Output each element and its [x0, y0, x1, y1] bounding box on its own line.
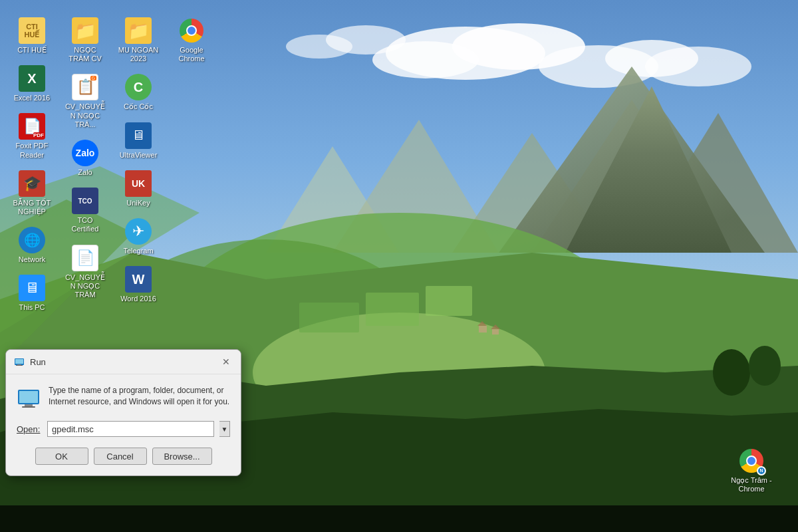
svg-rect-43	[22, 406, 35, 408]
desktop-icon-label: Foxit PDF Reader	[11, 142, 53, 159]
desktop-icon-bang[interactable]: 🎓 BẰNG TỐT NGHIỆP	[8, 168, 56, 219]
svg-rect-32	[479, 326, 487, 332]
desktop-icon-cv2[interactable]: 📄 CV_NGUYỄN NGỌC TRÂM	[61, 242, 109, 303]
run-dialog-titlebar: Run ✕	[6, 350, 241, 374]
desktop-icon-cti-hue[interactable]: CTIHUẾ CTI HUẾ	[8, 15, 56, 57]
desktop-icon-label: TCO Certified	[64, 216, 106, 233]
desktop-icon-cv-nguyen[interactable]: 📋 G CV_NGUYỄN NGỌC TRÂ...	[61, 71, 109, 132]
svg-point-31	[749, 346, 781, 386]
desktop-icon-label: UltraViewer	[120, 151, 158, 160]
desktop-icon-label: UniKey	[126, 199, 150, 207]
desktop-icon-label: CV_NGUYỄN NGỌC TRÂ...	[64, 102, 106, 129]
run-pc-icon	[17, 386, 41, 410]
desktop-icon-label: Word 2016	[120, 295, 156, 303]
desktop-icon-label: Telegram	[123, 247, 153, 255]
run-dialog-close-button[interactable]: ✕	[219, 355, 233, 368]
desktop-icon-label: This PC	[19, 303, 45, 312]
desktop-icon-word[interactable]: W Word 2016	[114, 263, 162, 306]
desktop-icon-label: Excel 2016	[14, 94, 50, 102]
desktop-icons-container: CTIHUẾ CTI HUẾ X Excel 2016 📄 PDF Foxit …	[0, 7, 223, 352]
desktop-icon-unikey[interactable]: UK UniKey	[114, 168, 162, 210]
desktop-icon-network[interactable]: 🌐 Network	[8, 224, 56, 267]
run-open-input[interactable]	[47, 421, 214, 437]
svg-rect-20	[366, 293, 419, 326]
desktop-icon-coccoc[interactable]: C Cốc Cốc	[114, 71, 162, 114]
run-open-label: Open:	[17, 424, 42, 434]
svg-rect-37	[15, 359, 23, 364]
svg-point-6	[645, 47, 751, 86]
desktop-icon-label: NGỌC TRÂM CV	[64, 46, 106, 63]
desktop-icon-label: CV_NGUYỄN NGỌC TRÂM	[64, 273, 106, 300]
svg-rect-41	[19, 391, 38, 403]
desktop-icon-label: Ngọc Trâm - Chrome	[730, 476, 773, 493]
svg-rect-39	[16, 365, 23, 366]
run-cancel-button[interactable]: Cancel	[94, 448, 147, 465]
desktop-icon-label: Google Chrome	[170, 46, 213, 63]
run-open-dropdown[interactable]: ▼	[219, 421, 230, 437]
desktop-icon-foxit[interactable]: 📄 PDF Foxit PDF Reader	[8, 110, 56, 162]
run-dialog-icon	[14, 356, 25, 367]
run-browse-button[interactable]: Browse...	[152, 448, 212, 465]
desktop-icon-label: CTI HUẾ	[17, 46, 47, 55]
run-dialog-title: Run	[30, 357, 46, 367]
desktop-icon-tco[interactable]: TCO TCO Certified	[61, 185, 109, 236]
svg-rect-42	[25, 404, 33, 406]
run-dialog: Run ✕ Type the name of a program, folder…	[5, 349, 241, 476]
svg-point-30	[713, 349, 750, 396]
desktop-icon-telegram[interactable]: ✈ Telegram	[114, 215, 162, 258]
desktop-icon-this-pc[interactable]: 🖥 This PC	[8, 272, 56, 315]
desktop-icon-ngoc-tram-chrome[interactable]: N Ngọc Trâm - Chrome	[728, 445, 775, 496]
desktop-icon-zalo[interactable]: Zalo Zalo	[61, 137, 109, 180]
desktop-icon-label: Zalo	[78, 168, 92, 177]
desktop-icon-label: BẰNG TỐT NGHIỆP	[11, 199, 53, 216]
desktop: CTIHUẾ CTI HUẾ X Excel 2016 📄 PDF Foxit …	[0, 0, 798, 532]
svg-rect-34	[492, 329, 499, 334]
svg-rect-38	[17, 364, 21, 365]
svg-point-8	[286, 35, 352, 59]
desktop-icon-mu-ngoan[interactable]: 📁 MU NGOAN 2023	[114, 15, 162, 66]
desktop-icon-ultraviewer[interactable]: 🖥 UltraViewer	[114, 120, 162, 162]
desktop-icon-label: MU NGOAN 2023	[117, 46, 160, 63]
desktop-icon-google-chrome[interactable]: Google Chrome	[168, 15, 215, 66]
desktop-icon-label: Network	[19, 255, 45, 264]
taskbar	[0, 505, 798, 532]
svg-rect-21	[426, 286, 472, 316]
desktop-icon-excel[interactable]: X Excel 2016	[8, 63, 56, 105]
svg-rect-22	[299, 303, 359, 332]
desktop-icon-label: Cốc Cốc	[124, 102, 153, 111]
run-dialog-description: Type the name of a program, folder, docu…	[49, 385, 230, 408]
desktop-icon-ngoc-tram-folder[interactable]: 📁 NGỌC TRÂM CV	[61, 15, 109, 66]
run-ok-button[interactable]: OK	[35, 448, 88, 465]
